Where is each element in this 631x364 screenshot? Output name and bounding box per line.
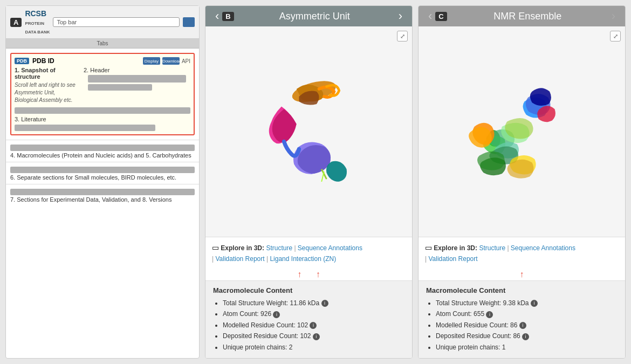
display-btn[interactable]: Display bbox=[143, 57, 160, 65]
panel-c-macro-title: Macromolecule Content bbox=[426, 286, 618, 294]
panel-b-link-ligand[interactable]: Ligand Interaction (ZN) bbox=[270, 255, 336, 263]
panel-b-link-validation[interactable]: Validation Report bbox=[215, 255, 264, 263]
panel-c-prev-arrow[interactable]: ‹ bbox=[425, 10, 435, 22]
panel-b-prev-arrow[interactable]: ‹ bbox=[212, 10, 222, 22]
panel-b-next-arrow[interactable]: › bbox=[395, 10, 406, 22]
panel-b-macro-title: Macromolecule Content bbox=[213, 286, 404, 294]
panel-b-macro: Macromolecule Content Total Structure We… bbox=[205, 280, 412, 358]
snapshot-header: PDB PDB ID Display Download API bbox=[15, 57, 190, 65]
api-label: API bbox=[182, 58, 190, 64]
panel-c-link-seq-ann[interactable]: Sequence Annotations bbox=[511, 244, 575, 252]
list-item: Total Structure Weight: 9.38 kDa i bbox=[436, 298, 618, 308]
panel-c-structure-svg bbox=[447, 61, 598, 202]
snapshot-title: 1. Snapshot of structure bbox=[15, 67, 79, 80]
panel-b-3d-icon: ▭ bbox=[212, 243, 219, 252]
section-7-bar bbox=[10, 189, 195, 195]
pdb-logo-text: RCSBPROTEINDATA BANK bbox=[25, 9, 50, 35]
panel-a: A RCSBPROTEINDATA BANK Tabs PDB PDB ID D… bbox=[5, 5, 200, 359]
panel-c-red-arrow: ↑ bbox=[520, 270, 524, 279]
section-4-bar bbox=[10, 145, 195, 151]
info-icon-c4[interactable]: i bbox=[522, 333, 529, 340]
snapshot-desc: Scroll left and right to see Asymmetric … bbox=[15, 81, 79, 104]
panel-b-expand-icon[interactable]: ⤢ bbox=[397, 31, 408, 42]
badge-a: A bbox=[10, 18, 22, 27]
panel-c-explore-label: Explore in 3D: bbox=[434, 244, 477, 252]
info-icon-c1[interactable]: i bbox=[531, 300, 538, 307]
gray-bar-3 bbox=[15, 107, 190, 114]
panel-b-link-seq-ann[interactable]: Sequence Annotations bbox=[298, 244, 362, 252]
header-label: 2. Header bbox=[84, 67, 190, 73]
panel-b-title: Asymmetric Unit bbox=[234, 11, 395, 22]
panel-b-red-arrow-1: ↑ bbox=[297, 270, 301, 279]
section-6: 6. Separate sections for Small molecules… bbox=[6, 162, 199, 184]
panel-b-header: ‹ B Asymmetric Unit › bbox=[205, 6, 412, 26]
panel-c-arrows: ↑ bbox=[419, 269, 625, 280]
pdb-icon: PDB bbox=[15, 58, 29, 64]
panel-c-next-arrow[interactable]: › bbox=[608, 10, 619, 22]
list-item: Total Structure Weight: 11.86 kDa i bbox=[223, 298, 404, 308]
info-icon-1[interactable]: i bbox=[321, 300, 328, 307]
list-item: Deposited Residue Count: 102 i bbox=[223, 331, 404, 341]
panel-c-title: NMR Ensemble bbox=[447, 11, 608, 22]
badge-c: C bbox=[435, 12, 447, 21]
panel-b-structure-svg bbox=[234, 61, 385, 202]
list-item: Unique protein chains: 1 bbox=[436, 342, 618, 353]
pdb-logo: RCSBPROTEINDATA BANK bbox=[25, 9, 50, 35]
list-item: Modelled Residue Count: 86 i bbox=[436, 320, 618, 331]
display-download-bar: Display Download API bbox=[143, 57, 190, 65]
panel-b-explore: ▭ Explore in 3D: Structure | Sequence An… bbox=[205, 237, 412, 269]
section-4: 4. Macromolecules (Protein and Nucleic a… bbox=[6, 140, 199, 162]
panel-c-header: ‹ C NMR Ensemble › bbox=[419, 6, 625, 26]
list-item: Unique protein chains: 2 bbox=[223, 342, 404, 353]
panel-b: ‹ B Asymmetric Unit › bbox=[205, 5, 413, 359]
snapshot-section: PDB PDB ID Display Download API 1. Snaps… bbox=[10, 53, 195, 135]
snapshot-body: 1. Snapshot of structure Scroll left and… bbox=[15, 67, 190, 104]
panel-b-explore-label: Explore in 3D: bbox=[221, 244, 264, 252]
panel-c-3d-icon: ▭ bbox=[425, 243, 432, 252]
panel-a-body: PDB PDB ID Display Download API 1. Snaps… bbox=[6, 49, 199, 358]
topbar-button[interactable] bbox=[183, 17, 195, 27]
literature-label: 3. Literature bbox=[15, 116, 190, 122]
download-btn[interactable]: Download bbox=[162, 57, 180, 65]
section-6-bar bbox=[10, 167, 195, 173]
literature-row: 3. Literature bbox=[15, 107, 190, 131]
panel-c-explore: ▭ Explore in 3D: Structure | Sequence An… bbox=[419, 237, 625, 269]
panel-b-viewer: ⤢ bbox=[205, 26, 412, 237]
gray-bar-2 bbox=[88, 84, 152, 91]
snapshot-left: 1. Snapshot of structure Scroll left and… bbox=[15, 67, 79, 104]
panel-c-link-structure[interactable]: Structure bbox=[479, 244, 505, 252]
info-icon-3[interactable]: i bbox=[310, 322, 317, 329]
panel-a-header: A RCSBPROTEINDATA BANK bbox=[6, 6, 199, 39]
topbar-input[interactable] bbox=[53, 17, 180, 27]
info-icon-2[interactable]: i bbox=[273, 311, 280, 318]
tabs-bar: Tabs bbox=[6, 39, 199, 49]
list-item: Deposited Residue Count: 86 i bbox=[436, 331, 618, 341]
list-item: Atom Count: 655 i bbox=[436, 308, 618, 319]
snapshot-right: 2. Header bbox=[84, 67, 190, 104]
panel-c-macro: Macromolecule Content Total Structure We… bbox=[419, 280, 625, 358]
pdb-id-label: PDB ID bbox=[32, 57, 54, 65]
panel-c-viewer: ⤢ bbox=[419, 26, 625, 237]
panel-c: ‹ C NMR Ensemble › bbox=[418, 5, 626, 359]
panel-b-macro-list: Total Structure Weight: 11.86 kDa i Atom… bbox=[213, 298, 404, 353]
gray-bar-4 bbox=[15, 125, 155, 131]
panel-b-red-arrow-2: ↑ bbox=[316, 270, 320, 279]
panel-c-link-validation[interactable]: Validation Report bbox=[428, 255, 477, 263]
panel-c-expand-icon[interactable]: ⤢ bbox=[610, 31, 621, 42]
info-icon-c2[interactable]: i bbox=[486, 311, 493, 318]
panel-b-link-structure[interactable]: Structure bbox=[266, 244, 292, 252]
gray-bar-1 bbox=[88, 75, 186, 83]
info-icon-4[interactable]: i bbox=[313, 333, 320, 340]
list-item: Atom Count: 926 i bbox=[223, 308, 404, 319]
info-icon-c3[interactable]: i bbox=[519, 322, 526, 329]
list-item: Modelled Residue Count: 102 i bbox=[223, 320, 404, 331]
section-7: 7. Sections for Experimental Data, Valid… bbox=[6, 184, 199, 206]
panel-b-arrows: ↑ ↑ bbox=[205, 269, 412, 280]
panel-c-macro-list: Total Structure Weight: 9.38 kDa i Atom … bbox=[426, 298, 618, 353]
badge-b: B bbox=[222, 12, 234, 21]
